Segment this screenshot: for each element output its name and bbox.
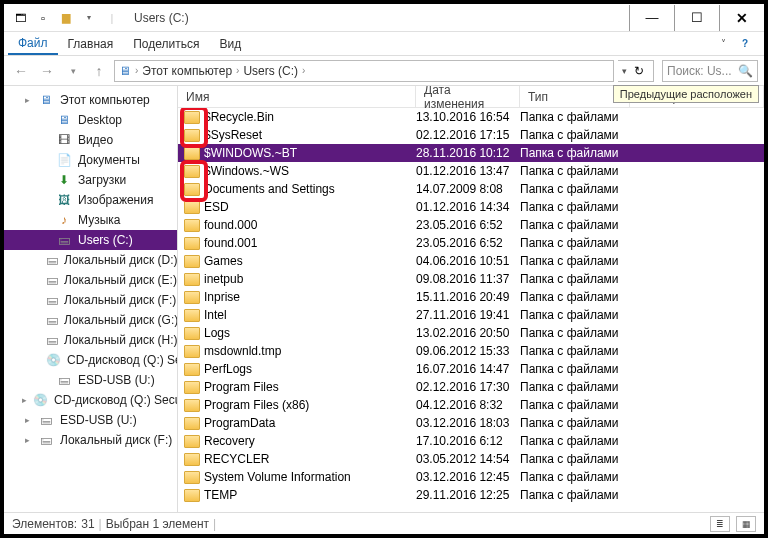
- nav-back-button[interactable]: ←: [10, 60, 32, 82]
- table-row[interactable]: Documents and Settings14.07.2009 8:08Пап…: [178, 180, 764, 198]
- table-row[interactable]: ESD01.12.2016 14:34Папка с файлами: [178, 198, 764, 216]
- tree-item-label: Видео: [78, 133, 113, 147]
- file-name: $SysReset: [204, 128, 262, 142]
- tree-item[interactable]: ▸🖴ESD-USB (U:): [4, 410, 177, 430]
- nav-up-button[interactable]: ↑: [88, 60, 110, 82]
- tree-item[interactable]: 🖴Локальный диск (H:): [4, 330, 177, 350]
- tree-item[interactable]: 🎞Видео: [4, 130, 177, 150]
- minimize-button[interactable]: —: [629, 5, 674, 31]
- file-list[interactable]: $Recycle.Bin13.10.2016 16:54Папка с файл…: [178, 108, 764, 512]
- tree-item[interactable]: 🖼Изображения: [4, 190, 177, 210]
- tree-item[interactable]: ▸🖥Этот компьютер: [4, 90, 177, 110]
- tree-item[interactable]: 🖴Локальный диск (F:): [4, 290, 177, 310]
- maximize-button[interactable]: ☐: [674, 5, 719, 31]
- nav-history-dropdown[interactable]: ▾: [62, 60, 84, 82]
- tree-item[interactable]: 🖴Локальный диск (G:): [4, 310, 177, 330]
- column-date[interactable]: Дата изменения: [416, 86, 520, 107]
- expander-icon[interactable]: ▸: [22, 395, 27, 405]
- file-name: $WINDOWS.~BT: [204, 146, 297, 160]
- table-row[interactable]: found.00023.05.2016 6:52Папка с файлами: [178, 216, 764, 234]
- table-row[interactable]: $WINDOWS.~BT28.11.2016 10:12Папка с файл…: [178, 144, 764, 162]
- tree-item[interactable]: 🖴ESD-USB (U:): [4, 370, 177, 390]
- ribbon-expand-icon[interactable]: ˅: [714, 35, 732, 53]
- tree-item[interactable]: ▸🖴Локальный диск (F:): [4, 430, 177, 450]
- file-name: Inprise: [204, 290, 240, 304]
- file-type: Папка с файлами: [520, 398, 680, 412]
- chevron-right-icon[interactable]: ›: [236, 65, 239, 76]
- refresh-button[interactable]: ↻: [629, 64, 649, 78]
- table-row[interactable]: Recovery17.10.2016 6:12Папка с файлами: [178, 432, 764, 450]
- search-input[interactable]: Поиск: Us... 🔍 Предыдущие расположен: [662, 60, 758, 82]
- file-name: Program Files: [204, 380, 279, 394]
- file-date: 27.11.2016 19:41: [416, 308, 520, 322]
- table-row[interactable]: msdownld.tmp09.06.2012 15:33Папка с файл…: [178, 342, 764, 360]
- table-row[interactable]: ProgramData03.12.2016 18:03Папка с файла…: [178, 414, 764, 432]
- nav-forward-button[interactable]: →: [36, 60, 58, 82]
- table-row[interactable]: inetpub09.08.2016 11:37Папка с файлами: [178, 270, 764, 288]
- table-row[interactable]: $Recycle.Bin13.10.2016 16:54Папка с файл…: [178, 108, 764, 126]
- vid-icon: 🎞: [56, 132, 72, 148]
- file-date: 09.08.2016 11:37: [416, 272, 520, 286]
- file-date: 02.12.2016 17:30: [416, 380, 520, 394]
- table-row[interactable]: TEMP29.11.2016 12:25Папка с файлами: [178, 486, 764, 504]
- qa-newfolder-icon[interactable]: ▆: [56, 8, 76, 28]
- table-row[interactable]: Games04.06.2016 10:51Папка с файлами: [178, 252, 764, 270]
- file-type: Папка с файлами: [520, 146, 680, 160]
- table-row[interactable]: RECYCLER03.05.2012 14:54Папка с файлами: [178, 450, 764, 468]
- table-row[interactable]: Program Files02.12.2016 17:30Папка с фай…: [178, 378, 764, 396]
- file-name: RECYCLER: [204, 452, 269, 466]
- tree-item-label: Локальный диск (D:): [64, 253, 177, 267]
- expander-icon[interactable]: ▸: [22, 415, 32, 425]
- tab-file[interactable]: Файл: [8, 33, 58, 55]
- file-name: Games: [204, 254, 243, 268]
- tab-view[interactable]: Вид: [209, 34, 251, 54]
- tree-item-label: CD-дисковод (Q:) SecureI: [54, 393, 177, 407]
- qa-dropdown-icon[interactable]: ▾: [79, 8, 99, 28]
- table-row[interactable]: $SysReset02.12.2016 17:15Папка с файлами: [178, 126, 764, 144]
- qa-properties-icon[interactable]: ▫: [33, 8, 53, 28]
- tree-item[interactable]: 🖴Локальный диск (D:): [4, 250, 177, 270]
- column-name[interactable]: Имя: [178, 86, 416, 107]
- address-dropdown-icon[interactable]: ▾: [622, 66, 627, 76]
- close-button[interactable]: ✕: [719, 5, 764, 31]
- file-name: msdownld.tmp: [204, 344, 281, 358]
- table-row[interactable]: Inprise15.11.2016 20:49Папка с файлами: [178, 288, 764, 306]
- table-row[interactable]: Program Files (x86)04.12.2016 8:32Папка …: [178, 396, 764, 414]
- tab-home[interactable]: Главная: [58, 34, 124, 54]
- tab-share[interactable]: Поделиться: [123, 34, 209, 54]
- chevron-right-icon[interactable]: ›: [302, 65, 305, 76]
- expander-icon[interactable]: ▸: [22, 95, 32, 105]
- tree-item[interactable]: 🖥Desktop: [4, 110, 177, 130]
- file-type: Папка с файлами: [520, 254, 680, 268]
- chevron-right-icon[interactable]: ›: [135, 65, 138, 76]
- file-type: Папка с файлами: [520, 164, 680, 178]
- cd-icon: 💿: [33, 392, 48, 408]
- breadcrumb[interactable]: Этот компьютер: [142, 64, 232, 78]
- tree-item-label: Музыка: [78, 213, 120, 227]
- tree-item[interactable]: ♪Музыка: [4, 210, 177, 230]
- tree-item[interactable]: 💿CD-дисковод (Q:) Secur: [4, 350, 177, 370]
- usb-icon: 🖴: [38, 412, 54, 428]
- view-icons-button[interactable]: ▦: [736, 516, 756, 532]
- help-icon[interactable]: ?: [736, 35, 754, 53]
- address-bar[interactable]: 🖥 › Этот компьютер › Users (C:) ›: [114, 60, 614, 82]
- tree-item[interactable]: ▸💿CD-дисковод (Q:) SecureI: [4, 390, 177, 410]
- folder-icon: [184, 453, 200, 466]
- table-row[interactable]: Intel27.11.2016 19:41Папка с файлами: [178, 306, 764, 324]
- tree-item[interactable]: 🖴Users (C:): [4, 230, 177, 250]
- expander-icon[interactable]: ▸: [22, 435, 32, 445]
- table-row[interactable]: PerfLogs16.07.2016 14:47Папка с файлами: [178, 360, 764, 378]
- table-row[interactable]: System Volume Information03.12.2016 12:4…: [178, 468, 764, 486]
- table-row[interactable]: Logs13.02.2016 20:50Папка с файлами: [178, 324, 764, 342]
- table-row[interactable]: found.00123.05.2016 6:52Папка с файлами: [178, 234, 764, 252]
- navigation-tree[interactable]: ▸🖥Этот компьютер🖥Desktop🎞Видео📄Документы…: [4, 86, 178, 512]
- file-date: 13.02.2016 20:50: [416, 326, 520, 340]
- tree-item-label: Desktop: [78, 113, 122, 127]
- breadcrumb[interactable]: Users (C:): [243, 64, 298, 78]
- tree-item[interactable]: ⬇Загрузки: [4, 170, 177, 190]
- tree-item[interactable]: 🖴Локальный диск (E:): [4, 270, 177, 290]
- tree-item[interactable]: 📄Документы: [4, 150, 177, 170]
- file-date: 01.12.2016 13:47: [416, 164, 520, 178]
- view-details-button[interactable]: ≣: [710, 516, 730, 532]
- table-row[interactable]: $Windows.~WS01.12.2016 13:47Папка с файл…: [178, 162, 764, 180]
